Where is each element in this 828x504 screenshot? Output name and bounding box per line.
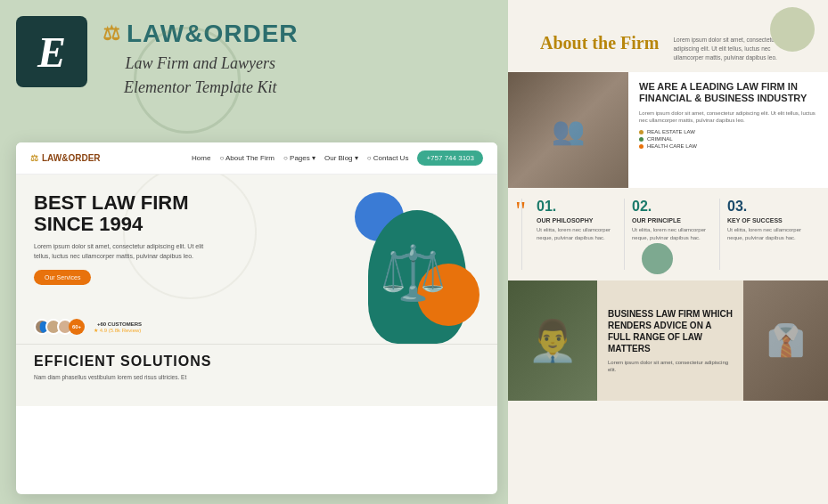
preview-hero: BEST LAW FIRM SINCE 1994 Lorem ipsum dol… [16,175,497,344]
nav-link-home[interactable]: Home [192,154,210,162]
nav-link-pages[interactable]: ○ Pages ▾ [283,154,316,162]
avatar-stack: 👤 60+ [34,319,85,335]
leading-image-inner: 👥 [508,72,628,188]
justice-figure: ⚖️ [373,201,453,344]
about-heading: About the Firm [540,32,663,53]
about-deco-circle [770,7,815,52]
customers-rating: ★ 4.9 (5.8k Review) [94,327,142,333]
phil-body-2: Ut elitta, lorem nec ullamcorper neque, … [632,226,712,241]
about-section: About the Firm Lorem ipsum dolor sit ame… [522,14,814,61]
phil-body-3: Ut elitta, lorem nec ullamcorper neque, … [727,226,808,241]
phil-number-1: 01. [537,199,617,215]
leading-image: 👥 [508,72,628,188]
nav-link-contact[interactable]: ○ Contact Us [367,154,409,162]
phil-item-1: 01. OUR PHILOSOPHY Ut elitta, lorem nec … [521,199,624,270]
phil-item-3: 03. KEY OF SUCCESS Ut elitta, lorem nec … [719,199,815,270]
left-panel: E ⚖ LAW&ORDER Law Firm and Lawyers Eleme… [0,0,508,504]
phil-label-1: OUR PHILOSOPHY [537,217,617,224]
leading-body: Lorem ipsum dolor sit amet, consectetur … [639,110,817,125]
philosophy-section: " 01. OUR PHILOSOPHY Ut elitta, lorem ne… [508,190,828,279]
leading-section: 👥 WE ARE A LEADING LAW FIRM IN FINANCIAL… [508,72,828,188]
efficient-sub: Nam diam phasellus vestibulum lorem sed … [34,373,480,381]
phil-label-2: OUR PRINCIPLE [632,217,712,224]
hero-customers: 👤 60+ +60 CUSTOMERS ★ 4.9 (5.8k Review) [34,319,142,335]
bottom-content: BUSINESS LAW FIRM WHICH RENDERS ADVICE O… [597,280,743,401]
avatar-count: 60+ [69,319,85,335]
leading-content: WE ARE A LEADING LAW FIRM IN FINANCIAL &… [628,72,828,188]
hero-body-text: Lorem ipsum dolor sit amet, consectetur … [34,242,221,261]
tag-dot-3 [639,144,644,149]
leading-tag-1: REAL ESTATE LAW [639,129,817,134]
phil-body-1: Ut elitta, lorem nec ullamcorper neque, … [537,226,617,241]
leading-title: WE ARE A LEADING LAW FIRM IN FINANCIAL &… [639,81,817,104]
customers-label: +60 CUSTOMERS [97,321,142,327]
right-bottom: 👨‍💼 BUSINESS LAW FIRM WHICH RENDERS ADVI… [508,280,828,401]
bottom-right-image: 👔 [743,280,828,401]
efficient-text: EFFICIENT SOLUTIONS [34,354,480,370]
website-preview: ⚖ LAW&ORDER Home ○ About The Firm ○ Page… [16,142,497,494]
nav-logo: ⚖ LAW&ORDER [30,153,101,163]
preview-nav: ⚖ LAW&ORDER Home ○ About The Firm ○ Page… [16,142,497,175]
leading-tags: REAL ESTATE LAW CRIMINAL HEALTH CARE LAW [639,129,817,149]
tag-dot-2 [639,137,644,142]
leading-tag-2: CRIMINAL [639,136,817,142]
preview-bottom: EFFICIENT SOLUTIONS Nam diam phasellus v… [16,344,497,406]
nav-link-blog[interactable]: Our Blog ▾ [324,154,358,162]
deco-circle-1 [134,27,241,134]
right-panel: About the Firm Lorem ipsum dolor sit ame… [508,0,828,504]
phil-number-3: 03. [727,199,808,215]
nav-link-about[interactable]: ○ About The Firm [219,154,275,162]
nav-brand-name: LAW&ORDER [42,153,101,163]
bottom-body: Lorem ipsum dolor sit amet, consectetur … [608,359,733,374]
bottom-title: BUSINESS LAW FIRM WHICH RENDERS ADVICE O… [608,308,733,354]
hero-services-button[interactable]: Our Services [34,270,91,285]
leading-tag-3: HEALTH CARE LAW [639,143,817,149]
nav-scales-icon: ⚖ [30,153,38,163]
phil-quote-icon: " [515,197,526,224]
bottom-left-image: 👨‍💼 [508,280,597,401]
elementor-e-letter: E [37,28,66,77]
elementor-logo: E [16,16,87,87]
tag-dot-1 [639,130,644,134]
nav-links: Home ○ About The Firm ○ Pages ▾ Our Blog… [192,154,408,162]
phil-number-2: 02. [632,199,712,215]
nav-cta-button[interactable]: +757 744 3103 [417,150,483,166]
phil-label-3: KEY OF SUCCESS [727,217,808,224]
scales-icon: ⚖ [102,22,121,45]
